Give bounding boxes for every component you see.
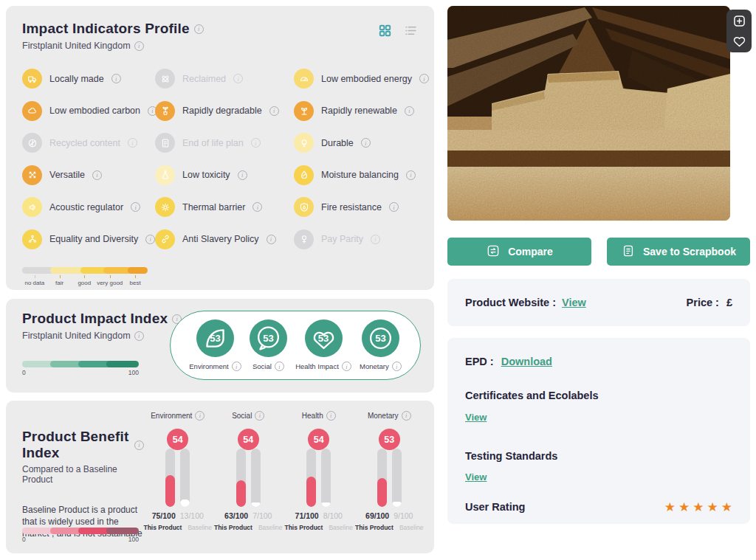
indicator-item: Rapidly renewable — [294, 101, 434, 121]
indicator-label: Locally made — [49, 74, 104, 84]
sprout-icon — [294, 101, 314, 121]
baseline-bar — [321, 449, 331, 507]
indicator-item: Reclaimed — [155, 69, 294, 89]
info-icon[interactable] — [238, 170, 247, 180]
info-icon[interactable] — [145, 235, 155, 244]
zoom-plus-icon[interactable] — [732, 13, 747, 29]
info-icon[interactable] — [131, 202, 140, 212]
indicator-item: Locally made — [22, 69, 155, 89]
this-product-label: This Product — [214, 524, 252, 531]
info-icon[interactable] — [233, 74, 243, 83]
save-label: Save to Scrapbook — [643, 246, 736, 257]
benefit-column-label: Monetary — [368, 412, 399, 420]
product-photo — [447, 6, 730, 221]
info-icon[interactable] — [405, 106, 414, 116]
certificates-view-link[interactable]: View — [465, 412, 487, 423]
chain-icon — [155, 229, 175, 249]
baseline-label: Baseline — [188, 524, 212, 531]
favorite-heart-icon[interactable] — [732, 33, 747, 49]
info-icon[interactable] — [134, 41, 144, 51]
gauge-icon — [294, 69, 314, 89]
indicator-label: Fire resistance — [321, 202, 382, 212]
indicator-item: End of life plan — [155, 133, 294, 153]
save-to-scrapbook-button[interactable]: Save to Scrapbook — [607, 238, 750, 266]
info-icon[interactable] — [92, 170, 102, 180]
baseline-bar — [251, 449, 261, 507]
indicator-label: Rapidly renewable — [321, 106, 397, 116]
scale-segment — [106, 528, 139, 534]
info-icon[interactable] — [389, 202, 399, 212]
benefit-column-label: Environment — [151, 412, 192, 420]
info-icon[interactable] — [402, 411, 411, 421]
list-view-icon[interactable] — [404, 24, 418, 41]
info-icon[interactable] — [255, 411, 264, 421]
info-icon[interactable] — [392, 362, 402, 371]
scale-max: 100 — [128, 536, 139, 543]
info-icon[interactable] — [275, 362, 284, 371]
benefit-bars — [236, 449, 261, 507]
info-icon[interactable] — [269, 106, 279, 116]
info-icon[interactable] — [342, 362, 351, 371]
info-icon[interactable] — [195, 411, 205, 421]
info-icon[interactable] — [406, 170, 416, 180]
info-icon[interactable] — [128, 138, 137, 148]
info-icon[interactable] — [371, 235, 380, 244]
epd-download-link[interactable]: Download — [501, 356, 552, 367]
benefit-index-title: Product Benefit Index — [22, 429, 130, 461]
indicator-label: Durable — [321, 138, 354, 148]
badge-label: Social — [252, 362, 272, 370]
this-product-bar — [377, 449, 387, 507]
indicator-label: Low toxicity — [182, 170, 230, 180]
certificates-title: Certificates and Ecolabels — [465, 390, 732, 401]
grid-view-icon[interactable] — [378, 24, 392, 41]
info-icon[interactable] — [111, 74, 121, 83]
benefit-columns: Environment5475/10013/100This ProductBas… — [142, 409, 425, 531]
user-rating-label: User Rating — [465, 501, 664, 513]
droplet-icon — [294, 165, 314, 185]
info-icon[interactable] — [419, 74, 429, 83]
legend-segment — [103, 267, 131, 274]
people-icon — [22, 229, 42, 249]
info-icon[interactable] — [326, 411, 336, 421]
info-icon[interactable] — [251, 138, 261, 148]
indicator-item: Pay Parity — [294, 229, 434, 249]
star-icon[interactable]: ★ — [721, 499, 732, 514]
coin-badge-icon: 53 — [362, 319, 399, 357]
indicator-label: Recycled content — [49, 138, 120, 148]
shield-icon — [294, 197, 314, 217]
indicator-label: Versatile — [49, 170, 85, 180]
impact-index-scale: 0 100 — [22, 361, 139, 376]
indicator-item: Low toxicity — [155, 165, 294, 185]
product-benefit-index-panel: Product Benefit Index Compared to a Base… — [6, 401, 434, 553]
indicator-grid: Locally madeReclaimedLow embodied energy… — [22, 63, 418, 255]
badge-value: 53 — [263, 333, 273, 344]
info-icon[interactable] — [267, 235, 276, 244]
this-product-label: This Product — [355, 524, 394, 531]
star-icon[interactable]: ★ — [707, 499, 718, 514]
plant-pot-icon — [155, 101, 175, 121]
info-icon[interactable] — [252, 202, 262, 212]
star-icon[interactable]: ★ — [678, 499, 690, 514]
website-view-link[interactable]: View — [562, 297, 586, 308]
indicator-item: Rapidly degradable — [155, 101, 294, 121]
atom-icon — [155, 69, 175, 89]
testing-view-link[interactable]: View — [465, 471, 487, 483]
info-icon[interactable] — [361, 138, 371, 148]
baseline-bar — [180, 449, 190, 507]
impact-index-subtitle: Firstplanit United Kingdom — [22, 331, 131, 341]
impact-badge: 53Monetary — [360, 319, 402, 371]
flask-icon — [155, 165, 175, 185]
info-icon[interactable] — [232, 362, 241, 371]
star-icon[interactable]: ★ — [664, 499, 676, 514]
info-icon[interactable] — [194, 24, 204, 34]
indicator-item: Moisture balancing — [294, 165, 434, 185]
info-icon[interactable] — [134, 331, 144, 341]
indicator-label: End of life plan — [182, 138, 244, 148]
scrapbook-icon — [621, 243, 636, 260]
speaker-icon — [22, 197, 42, 217]
star-icon[interactable]: ★ — [693, 499, 704, 514]
compare-button[interactable]: Compare — [447, 238, 591, 266]
indicator-label: Anti Slavery Policy — [182, 234, 259, 244]
indicator-item: Recycled content — [22, 133, 155, 153]
benefit-score-badge: 54 — [238, 429, 259, 450]
